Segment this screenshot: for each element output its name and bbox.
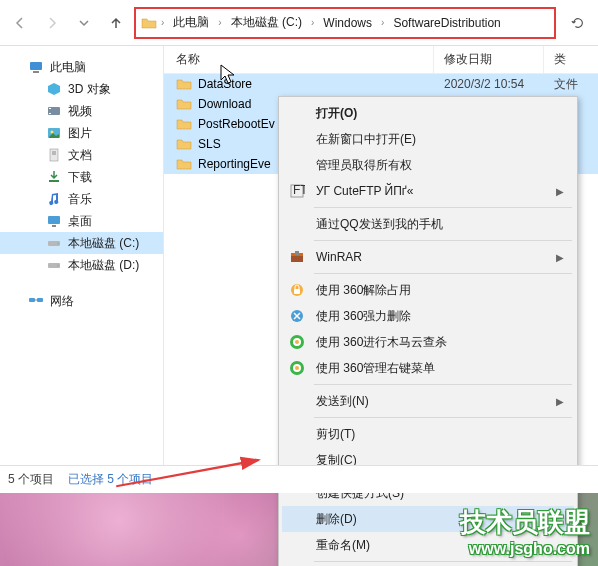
disk-icon: [46, 235, 62, 251]
column-headers: 名称 修改日期 类: [164, 46, 598, 74]
svg-rect-4: [49, 113, 51, 114]
folder-icon: [176, 96, 192, 112]
chevron-right-icon: ›: [160, 17, 165, 28]
breadcrumb-segment[interactable]: SoftwareDistribution: [387, 14, 506, 32]
svg-point-14: [57, 243, 59, 245]
svg-point-16: [57, 265, 59, 267]
video-icon: [46, 103, 62, 119]
menu-item-360-unlock[interactable]: 使用 360解除占用: [282, 277, 574, 303]
menu-separator: [314, 207, 572, 208]
refresh-button[interactable]: [564, 9, 592, 37]
watermark: 技术员联盟 www.jsgho.com: [460, 505, 590, 558]
nav-history-button[interactable]: [70, 9, 98, 37]
status-item-count: 5 个项目: [8, 471, 54, 488]
sidebar-item-disk-c[interactable]: 本地磁盘 (C:): [0, 232, 163, 254]
chevron-right-icon: ›: [380, 17, 385, 28]
menu-item-label: 使用 360进行木马云查杀: [316, 334, 447, 351]
file-name: ReportingEve: [198, 157, 271, 171]
menu-item-360-context-manage[interactable]: 使用 360管理右键菜单: [282, 355, 574, 381]
menu-item-label: 删除(D): [316, 511, 357, 528]
sidebar-item-label: 桌面: [68, 213, 92, 230]
chevron-right-icon: ›: [310, 17, 315, 28]
file-name: DataStore: [198, 77, 252, 91]
file-name: PostRebootEv: [198, 117, 275, 131]
menu-item-label: 在新窗口中打开(E): [316, 131, 416, 148]
file-row[interactable]: DataStore2020/3/2 10:54文件: [164, 74, 598, 94]
menu-item-360-trojan-scan[interactable]: 使用 360进行木马云查杀: [282, 329, 574, 355]
menu-item-winrar[interactable]: WinRAR▶: [282, 244, 574, 270]
svg-text:FTP: FTP: [293, 183, 305, 197]
breadcrumb-segment[interactable]: 此电脑: [167, 12, 215, 33]
svg-rect-1: [33, 71, 39, 73]
360-delete-icon: [288, 307, 306, 325]
menu-item-open[interactable]: 打开(O): [282, 100, 574, 126]
folder-icon: [176, 76, 192, 92]
download-icon: [46, 169, 62, 185]
file-name: Download: [198, 97, 251, 111]
submenu-arrow-icon: ▶: [556, 396, 564, 407]
menu-separator: [314, 384, 572, 385]
sidebar-item-label: 文档: [68, 147, 92, 164]
column-header-type[interactable]: 类: [544, 46, 598, 73]
svg-rect-11: [48, 216, 60, 224]
sidebar-item-desktop[interactable]: 桌面: [0, 210, 163, 232]
folder-icon: [176, 156, 192, 172]
breadcrumb-segment[interactable]: 本地磁盘 (C:): [225, 12, 308, 33]
sidebar-item-label: 本地磁盘 (D:): [68, 257, 139, 274]
submenu-arrow-icon: ▶: [556, 186, 564, 197]
nav-back-button[interactable]: [6, 9, 34, 37]
svg-rect-24: [295, 251, 299, 255]
sidebar-item-videos[interactable]: 视频: [0, 100, 163, 122]
menu-item-cuteftp[interactable]: FTPУГ CuteFTP ЙПґ«▶: [282, 178, 574, 204]
menu-item-label: 管理员取得所有权: [316, 157, 412, 174]
column-header-date[interactable]: 修改日期: [434, 46, 544, 73]
nav-up-button[interactable]: [102, 9, 130, 37]
menu-item-qq-send[interactable]: 通过QQ发送到我的手机: [282, 211, 574, 237]
menu-item-label: 使用 360解除占用: [316, 282, 411, 299]
cuteftp-icon: FTP: [288, 182, 306, 200]
music-icon: [46, 191, 62, 207]
svg-point-33: [295, 366, 299, 370]
sidebar-item-label: 音乐: [68, 191, 92, 208]
menu-item-360-force-delete[interactable]: 使用 360强力删除: [282, 303, 574, 329]
menu-item-label: 使用 360强力删除: [316, 308, 411, 325]
menu-item-open-new-window[interactable]: 在新窗口中打开(E): [282, 126, 574, 152]
picture-icon: [46, 125, 62, 141]
folder-icon: [176, 116, 192, 132]
breadcrumb-segment[interactable]: Windows: [317, 14, 378, 32]
menu-item-label: 重命名(M): [316, 537, 370, 554]
sidebar-item-disk-d[interactable]: 本地磁盘 (D:): [0, 254, 163, 276]
folder-icon: [140, 14, 158, 32]
sidebar-item-3d-objects[interactable]: 3D 对象: [0, 78, 163, 100]
sidebar-item-this-pc[interactable]: 此电脑: [0, 56, 163, 78]
360-shield-icon: [288, 333, 306, 351]
status-selected-count: 已选择 5 个项目: [68, 471, 153, 488]
watermark-title: 技术员联盟: [460, 505, 590, 540]
column-header-name[interactable]: 名称: [164, 46, 434, 73]
address-bar[interactable]: › 此电脑 › 本地磁盘 (C:) › Windows › SoftwareDi…: [134, 7, 556, 39]
menu-item-label: УГ CuteFTP ЙПґ«: [316, 184, 413, 198]
menu-separator: [314, 561, 572, 562]
menu-item-cut[interactable]: 剪切(T): [282, 421, 574, 447]
menu-separator: [314, 417, 572, 418]
menu-item-label: 剪切(T): [316, 426, 355, 443]
360-menu-icon: [288, 359, 306, 377]
sidebar-item-documents[interactable]: 文档: [0, 144, 163, 166]
file-date: 2020/3/2 10:54: [434, 77, 544, 91]
menu-item-send-to[interactable]: 发送到(N)▶: [282, 388, 574, 414]
watermark-url: www.jsgho.com: [460, 540, 590, 558]
menu-item-admin-ownership[interactable]: 管理员取得所有权: [282, 152, 574, 178]
sidebar-item-pictures[interactable]: 图片: [0, 122, 163, 144]
svg-rect-12: [52, 225, 56, 227]
svg-rect-17: [29, 298, 35, 302]
sidebar-item-network[interactable]: 网络: [0, 290, 163, 312]
nav-forward-button[interactable]: [38, 9, 66, 37]
sidebar-item-downloads[interactable]: 下载: [0, 166, 163, 188]
sidebar-item-music[interactable]: 音乐: [0, 188, 163, 210]
context-menu: 打开(O) 在新窗口中打开(E) 管理员取得所有权 FTPУГ CuteFTP …: [278, 96, 578, 566]
sidebar-item-label: 此电脑: [50, 59, 86, 76]
sidebar-item-label: 本地磁盘 (C:): [68, 235, 139, 252]
svg-rect-0: [30, 62, 42, 70]
menu-item-label: 发送到(N): [316, 393, 369, 410]
3d-icon: [46, 81, 62, 97]
